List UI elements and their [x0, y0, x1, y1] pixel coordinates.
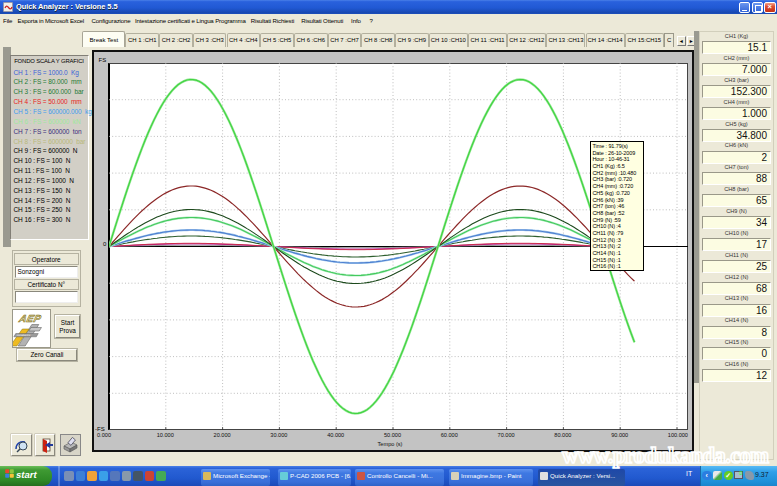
svg-text:transducers: transducers	[16, 334, 31, 338]
svg-text:AEP: AEP	[17, 314, 43, 325]
